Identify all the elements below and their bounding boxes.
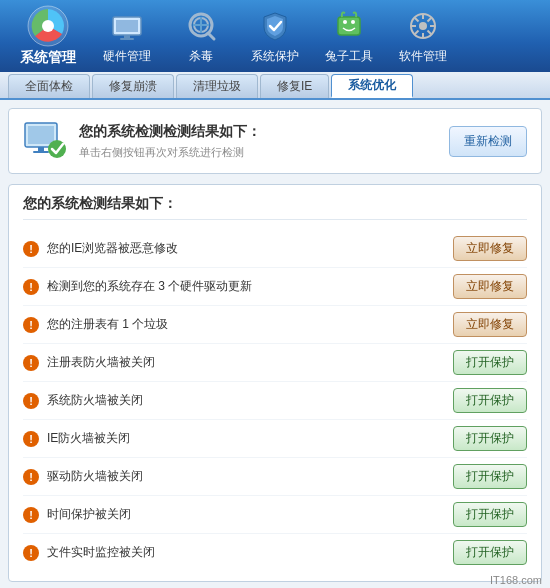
svg-rect-27 [33,151,49,153]
redetect-button[interactable]: 重新检测 [449,126,527,157]
svg-point-15 [419,22,427,30]
result-row-ie-modified: ! 您的IE浏览器被恶意修改 立即修复 [23,230,527,268]
nav-hardware-label: 硬件管理 [103,48,151,65]
shield-icon [257,8,293,44]
warning-icon-7: ! [23,507,39,523]
result-row-driver-update: ! 检测到您的系统存在 3 个硬件驱动更新 立即修复 [23,268,527,306]
tab-bar: 全面体检 修复崩溃 清理垃圾 修复IE 系统优化 [0,72,550,100]
result-text-3: 注册表防火墙被关闭 [47,354,155,371]
software-icon [405,8,441,44]
antivirus-icon [183,8,219,44]
tab-repair-ie[interactable]: 修复IE [260,74,329,98]
app-logo: 系统管理 [8,5,88,67]
svg-rect-25 [28,126,54,144]
result-text-5: IE防火墙被关闭 [47,430,130,447]
result-row-registry-junk: ! 您的注册表有 1 个垃圾 立即修复 [23,306,527,344]
result-text-6: 驱动防火墙被关闭 [47,468,143,485]
result-text-0: 您的IE浏览器被恶意修改 [47,240,178,257]
detection-header-title: 您的系统检测检测结果如下： [79,123,261,141]
svg-line-8 [208,33,214,39]
nav-protect-label: 系统保护 [251,48,299,65]
result-row-file-monitor: ! 文件实时监控被关闭 打开保护 [23,534,527,571]
svg-rect-11 [338,17,360,35]
protect-button-7[interactable]: 打开保护 [453,502,527,527]
nav-kill[interactable]: 杀毒 [166,2,236,71]
warning-icon-1: ! [23,279,39,295]
nav-kill-label: 杀毒 [189,48,213,65]
detection-header-subtitle: 单击右侧按钮再次对系统进行检测 [79,145,261,160]
warning-icon-3: ! [23,355,39,371]
tab-clean-junk[interactable]: 清理垃圾 [176,74,258,98]
nav-rabbit[interactable]: 兔子工具 [314,2,384,71]
watermark: IT168.com [490,574,542,586]
result-text-1: 检测到您的系统存在 3 个硬件驱动更新 [47,278,252,295]
svg-point-1 [42,20,54,32]
protect-button-8[interactable]: 打开保护 [453,540,527,565]
result-text-4: 系统防火墙被关闭 [47,392,143,409]
detection-header-left: 您的系统检测检测结果如下： 单击右侧按钮再次对系统进行检测 [23,119,261,163]
svg-point-28 [48,140,66,158]
svg-rect-26 [38,147,44,151]
nav-software[interactable]: 软件管理 [388,2,458,71]
result-row-registry-firewall: ! 注册表防火墙被关闭 打开保护 [23,344,527,382]
nav-software-label: 软件管理 [399,48,447,65]
result-row-time-protect: ! 时间保护被关闭 打开保护 [23,496,527,534]
fix-button-2[interactable]: 立即修复 [453,312,527,337]
warning-icon-2: ! [23,317,39,333]
result-text-7: 时间保护被关闭 [47,506,131,523]
warning-icon-0: ! [23,241,39,257]
tab-fullcheck[interactable]: 全面体检 [8,74,90,98]
result-text-2: 您的注册表有 1 个垃圾 [47,316,168,333]
protect-button-4[interactable]: 打开保护 [453,388,527,413]
nav-protect[interactable]: 系统保护 [240,2,310,71]
svg-rect-4 [124,35,130,38]
results-section: 您的系统检测结果如下： ! 您的IE浏览器被恶意修改 立即修复 ! 检测到您的系… [8,184,542,582]
svg-line-22 [428,18,432,22]
protect-button-5[interactable]: 打开保护 [453,426,527,451]
hardware-icon [109,8,145,44]
svg-line-21 [428,30,432,34]
main-content: 您的系统检测检测结果如下： 单击右侧按钮再次对系统进行检测 重新检测 您的系统检… [0,100,550,588]
fix-button-0[interactable]: 立即修复 [453,236,527,261]
detection-header-box: 您的系统检测检测结果如下： 单击右侧按钮再次对系统进行检测 重新检测 [8,108,542,174]
detection-header-icon [23,119,67,163]
nav-hardware[interactable]: 硬件管理 [92,2,162,71]
protect-button-6[interactable]: 打开保护 [453,464,527,489]
warning-icon-4: ! [23,393,39,409]
result-row-driver-firewall: ! 驱动防火墙被关闭 打开保护 [23,458,527,496]
svg-point-12 [343,20,347,24]
result-row-system-firewall: ! 系统防火墙被关闭 打开保护 [23,382,527,420]
result-row-ie-firewall: ! IE防火墙被关闭 打开保护 [23,420,527,458]
warning-icon-8: ! [23,545,39,561]
svg-rect-5 [120,38,134,40]
warning-icon-5: ! [23,431,39,447]
svg-line-23 [415,30,419,34]
results-section-title: 您的系统检测结果如下： [23,195,527,220]
detection-header-text: 您的系统检测检测结果如下： 单击右侧按钮再次对系统进行检测 [79,123,261,160]
svg-rect-3 [116,20,138,32]
app-name: 系统管理 [20,49,76,67]
tab-optimize[interactable]: 系统优化 [331,74,413,98]
nav-rabbit-label: 兔子工具 [325,48,373,65]
fix-button-1[interactable]: 立即修复 [453,274,527,299]
warning-icon-6: ! [23,469,39,485]
svg-line-20 [415,18,419,22]
rabbit-icon [331,8,367,44]
protect-button-3[interactable]: 打开保护 [453,350,527,375]
top-nav: 系统管理 硬件管理 杀毒 [0,0,550,72]
svg-point-13 [351,20,355,24]
tab-repair-errors[interactable]: 修复崩溃 [92,74,174,98]
result-text-8: 文件实时监控被关闭 [47,544,155,561]
